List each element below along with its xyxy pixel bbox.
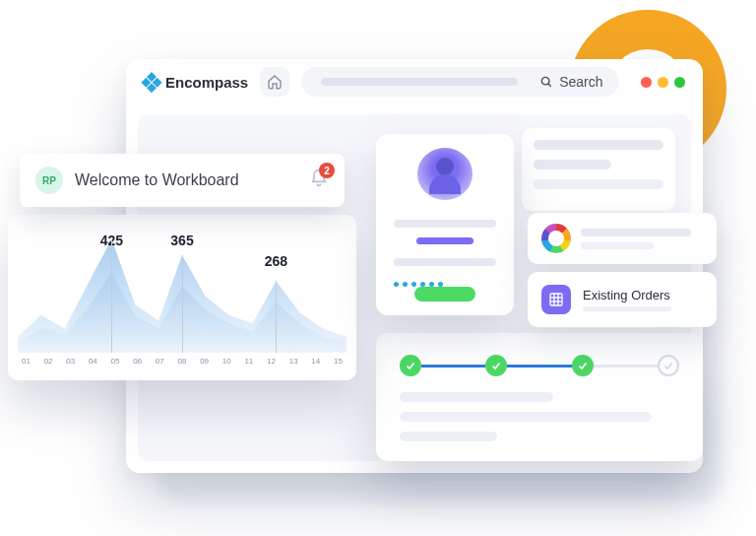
search-placeholder-skeleton	[321, 78, 518, 86]
x-tick: 03	[66, 357, 75, 366]
breakdown-line	[581, 229, 691, 236]
chart-peak-label: 268	[265, 253, 287, 269]
step-connector	[421, 365, 485, 368]
brand-logo: Encompass	[144, 74, 248, 91]
x-tick: 08	[177, 357, 186, 366]
home-button[interactable]	[260, 67, 289, 97]
chart-peak-label: 365	[170, 233, 193, 248]
chart-peak-line	[111, 239, 112, 353]
chart-x-axis: 010203040506070809101112131415	[18, 353, 346, 366]
progress-stepper-card	[376, 333, 703, 461]
home-icon	[267, 74, 283, 90]
profile-login-card	[376, 134, 514, 315]
x-tick: 07	[156, 357, 164, 366]
donut-chart-icon	[541, 224, 571, 253]
svg-line-1	[548, 84, 551, 87]
search-placeholder-text: Search	[559, 74, 602, 90]
brand-mark-icon	[141, 71, 163, 94]
summary-line	[534, 160, 611, 169]
x-tick: 15	[334, 357, 343, 366]
topbar: Encompass Search	[126, 59, 703, 104]
progress-line	[400, 432, 497, 441]
x-tick: 11	[244, 357, 253, 366]
existing-orders-card[interactable]: Existing Orders	[528, 272, 717, 327]
breakdown-line	[581, 242, 654, 249]
traffic-max-icon[interactable]	[674, 77, 685, 88]
traffic-close-icon[interactable]	[641, 77, 652, 88]
x-tick: 14	[311, 357, 320, 366]
chart-peak-line	[276, 281, 277, 353]
progress-line	[400, 412, 652, 422]
x-tick: 04	[89, 357, 97, 366]
welcome-banner: RP Welcome to Workboard 2	[20, 154, 345, 207]
x-tick: 10	[222, 357, 231, 366]
x-tick: 01	[22, 357, 31, 366]
step-connector	[507, 365, 571, 368]
svg-rect-2	[550, 294, 562, 305]
x-tick: 06	[133, 357, 142, 366]
step[interactable]	[658, 355, 679, 376]
search-label-group: Search	[539, 74, 602, 90]
avatar-icon	[417, 148, 472, 200]
window-traffic-lights	[641, 77, 685, 88]
step-connector	[594, 365, 658, 368]
orders-card-subtitle	[583, 306, 671, 311]
orders-grid-icon	[541, 285, 571, 314]
x-tick: 13	[289, 357, 298, 366]
summary-line	[534, 179, 663, 189]
notifications-button[interactable]: 2	[309, 168, 329, 192]
brand-name: Encompass	[165, 74, 248, 91]
chart-peak-line	[182, 255, 183, 353]
login-button[interactable]	[414, 287, 475, 302]
username-value	[416, 237, 472, 245]
summary-line	[534, 140, 663, 150]
x-tick: 05	[111, 357, 120, 366]
search-bar[interactable]: Search	[301, 67, 619, 97]
metrics-chart-card: 425365268 010203040506070809101112131415	[8, 215, 356, 380]
summary-card	[522, 128, 675, 211]
step[interactable]	[572, 355, 594, 376]
step[interactable]	[485, 355, 507, 376]
search-icon	[539, 75, 553, 89]
user-avatar-initials[interactable]: RP	[35, 167, 63, 194]
x-tick: 12	[267, 357, 276, 366]
x-tick: 09	[200, 357, 209, 366]
orders-card-title: Existing Orders	[583, 288, 671, 302]
svg-point-0	[542, 77, 550, 85]
breakdown-card[interactable]	[528, 213, 717, 264]
x-tick: 02	[44, 357, 53, 366]
password-field[interactable]	[394, 258, 496, 266]
step[interactable]	[400, 355, 421, 376]
welcome-title: Welcome to Workboard	[75, 171, 297, 189]
stepper	[400, 355, 679, 376]
traffic-min-icon[interactable]	[658, 77, 668, 88]
username-field[interactable]	[394, 220, 496, 228]
chart-area: 425365268	[18, 233, 346, 353]
progress-line	[400, 392, 553, 402]
notification-count-badge: 2	[319, 163, 335, 178]
